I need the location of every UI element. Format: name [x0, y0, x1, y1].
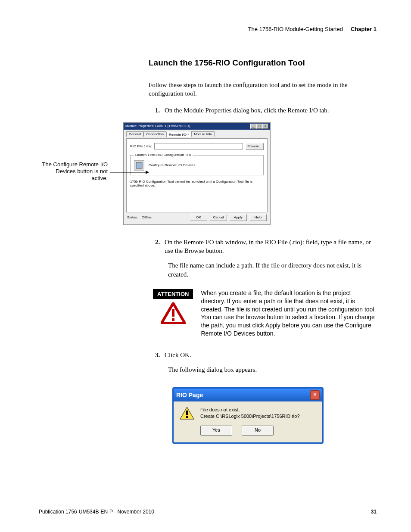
page-header: The 1756-RIO Module-Getting Started Chap…	[39, 26, 377, 32]
rio-page-title: RIO Page	[176, 392, 203, 398]
page-number: 31	[371, 509, 377, 515]
section-title: Launch the 1756-RIO Configuration Tool	[149, 58, 377, 68]
chapter-label: Chapter 1	[351, 26, 377, 32]
attention-label: ATTENTION	[153, 289, 193, 299]
dialog-tabs: General Connection Remote I/O * Module I…	[126, 131, 268, 137]
help-button[interactable]: Help	[249, 214, 267, 221]
browse-button[interactable]: Browse...	[246, 143, 264, 150]
svg-rect-8	[186, 416, 188, 418]
ok-button[interactable]: OK	[190, 214, 207, 221]
step-3: 3. Click OK.	[155, 351, 377, 359]
config-tool-icon	[134, 160, 144, 171]
config-warning-text: 1756-RIO Configuration Tool cannot be la…	[130, 180, 264, 187]
step-number: 2.	[155, 238, 165, 255]
svg-rect-4	[172, 309, 174, 317]
dialog-titlebar: Module Properties: Local:1 (1756-RIO 2.1…	[124, 123, 270, 130]
status-label: Status:	[127, 215, 138, 219]
tab-module-info[interactable]: Module Info	[191, 131, 215, 137]
apply-button[interactable]: Apply	[230, 214, 247, 221]
fieldset-title: Launch 1756-RIO Configuration Tool	[134, 153, 193, 157]
publication-info: Publication 1756-UM534B-EN-P - November …	[39, 509, 154, 515]
maximize-icon[interactable]: □	[256, 124, 262, 129]
svg-marker-1	[146, 171, 149, 174]
minimize-icon[interactable]: _	[250, 124, 256, 129]
dialog-title: Module Properties: Local:1 (1756-RIO 2.1…	[125, 124, 190, 128]
intro-paragraph: Follow these steps to launch the configu…	[149, 81, 377, 98]
yes-button[interactable]: Yes	[200, 426, 232, 436]
warning-icon	[180, 407, 194, 420]
tab-connection[interactable]: Connection	[143, 131, 166, 137]
tab-remote-io[interactable]: Remote I/O *	[166, 132, 191, 137]
step-3-sub: The following dialog box appears.	[168, 365, 377, 374]
close-icon[interactable]: ×	[310, 390, 320, 400]
breadcrumb: The 1756-RIO Module-Getting Started	[248, 26, 343, 32]
step-2-sub: The file name can include a path. If the…	[168, 261, 377, 279]
cancel-button[interactable]: Cancel	[210, 214, 227, 221]
step-text: Click OK.	[165, 351, 191, 359]
close-icon[interactable]: ×	[262, 124, 268, 129]
step-number: 3.	[155, 351, 165, 359]
step-text: On the Remote I/O tab window, in the RIO…	[165, 238, 377, 255]
rio-page-line1: File does not exist.	[200, 407, 300, 413]
status-value: Offline	[142, 215, 152, 219]
step-text: On the Module Properties dialog box, cli…	[165, 106, 329, 115]
no-button[interactable]: No	[242, 426, 274, 436]
attention-icon	[161, 302, 186, 324]
step-1: 1. On the Module Properties dialog box, …	[155, 106, 377, 115]
rio-file-input[interactable]	[154, 143, 243, 149]
rio-page-line2: Create C:\RSLogix 5000\Projects\1756RIO.…	[200, 413, 300, 420]
callout-arrow	[110, 170, 123, 170]
callout-text: The Configure Remote I/O Devices button …	[42, 161, 108, 182]
svg-rect-2	[136, 162, 142, 168]
attention-text: When you create a file, the default loca…	[201, 289, 377, 338]
tab-general[interactable]: General	[126, 131, 143, 137]
page-footer: Publication 1756-UM534B-EN-P - November …	[39, 509, 377, 515]
svg-rect-7	[186, 411, 188, 415]
configure-remote-io-button: Configure Remote I/O Devices	[149, 163, 196, 167]
step-number: 1.	[155, 106, 165, 115]
rio-page-dialog: RIO Page × File does not exist. Create C…	[172, 387, 324, 444]
step-2: 2. On the Remote I/O tab window, in the …	[155, 238, 377, 255]
attention-block: ATTENTION When you create a file, the de…	[153, 289, 377, 338]
rio-file-label: RIO File (.rio):	[130, 144, 152, 148]
svg-rect-5	[172, 318, 174, 321]
